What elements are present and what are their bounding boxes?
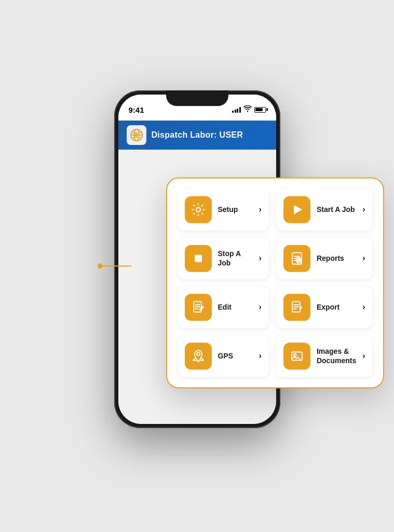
menu-item-start-a-job[interactable]: Start A Job › bbox=[276, 189, 373, 230]
images-chevron: › bbox=[362, 351, 365, 361]
status-icons bbox=[232, 105, 266, 114]
app-title: Dispatch Labor: USER bbox=[152, 130, 243, 140]
stop-icon-box bbox=[185, 245, 212, 272]
menu-item-export[interactable]: Export › bbox=[276, 286, 373, 328]
svg-rect-9 bbox=[195, 255, 202, 262]
start-a-job-label: Start A Job bbox=[317, 205, 356, 214]
stop-a-job-label: Stop A Job bbox=[218, 249, 253, 268]
export-label: Export bbox=[317, 302, 356, 312]
scene: 9:41 bbox=[21, 17, 374, 515]
menu-item-stop-a-job[interactable]: Stop A Job › bbox=[178, 237, 269, 279]
start-icon-box bbox=[283, 196, 310, 223]
menu-item-edit[interactable]: Edit › bbox=[178, 286, 269, 328]
menu-grid: Setup › Start A Job › bbox=[178, 189, 373, 377]
app-header: Dispatch Labor: USER bbox=[118, 121, 276, 150]
reports-icon-box bbox=[283, 245, 310, 272]
setup-icon-box bbox=[185, 196, 212, 223]
signal-icon bbox=[232, 107, 241, 113]
svg-point-27 bbox=[293, 354, 296, 356]
svg-marker-8 bbox=[294, 205, 302, 214]
setup-chevron: › bbox=[259, 205, 262, 214]
gps-chevron: › bbox=[259, 351, 262, 361]
svg-point-25 bbox=[197, 352, 200, 355]
reports-chevron: › bbox=[362, 254, 365, 263]
menu-item-setup[interactable]: Setup › bbox=[178, 189, 269, 230]
edit-icon-box bbox=[185, 294, 212, 321]
wifi-icon bbox=[243, 105, 252, 114]
status-time: 9:41 bbox=[129, 105, 144, 114]
battery-icon bbox=[254, 107, 266, 113]
start-chevron: › bbox=[362, 205, 365, 214]
svg-point-7 bbox=[196, 207, 200, 211]
images-icon-box bbox=[283, 342, 310, 369]
phone-notch bbox=[166, 90, 228, 106]
export-icon-box bbox=[283, 294, 310, 321]
reports-label: Reports bbox=[317, 254, 356, 263]
edit-label: Edit bbox=[218, 302, 253, 312]
setup-label: Setup bbox=[218, 205, 253, 214]
gps-label: GPS bbox=[218, 351, 253, 361]
stop-chevron: › bbox=[259, 254, 262, 263]
images-documents-label: Images &Documents bbox=[317, 347, 356, 365]
gps-icon-box bbox=[185, 342, 212, 369]
svg-rect-5 bbox=[134, 133, 138, 137]
app-logo bbox=[127, 125, 146, 145]
svg-rect-26 bbox=[292, 352, 302, 360]
edit-chevron: › bbox=[259, 302, 262, 312]
side-line bbox=[100, 265, 131, 267]
menu-item-gps[interactable]: GPS › bbox=[178, 335, 269, 377]
export-chevron: › bbox=[362, 302, 365, 312]
menu-card: Setup › Start A Job › bbox=[166, 177, 384, 388]
menu-item-images-documents[interactable]: Images &Documents › bbox=[276, 335, 373, 377]
menu-item-reports[interactable]: Reports › bbox=[276, 237, 373, 279]
